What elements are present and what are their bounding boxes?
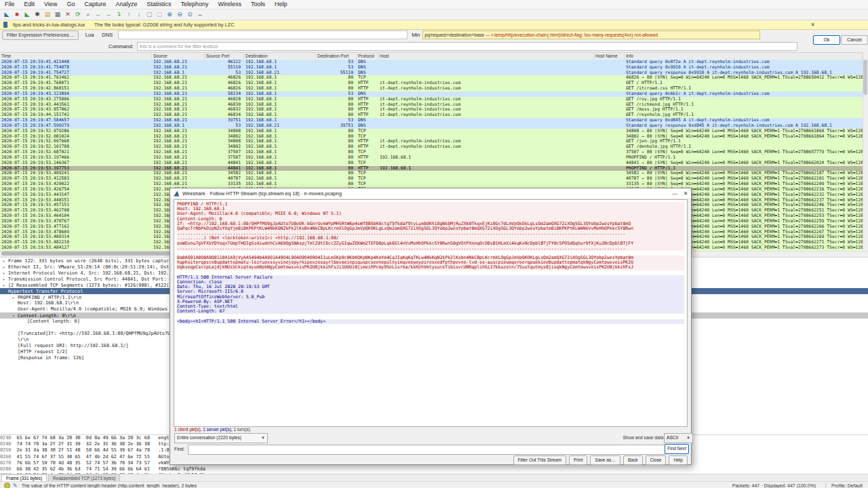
resize-columns-icon[interactable]: ↔ — [195, 10, 205, 19]
packet-row[interactable]: 2020-07-15 20:19:43.443561192.168.68.214… — [0, 102, 863, 108]
column-header-host[interactable]: Host — [378, 53, 594, 60]
packet-row[interactable]: 2020-07-15 20:19:53.246367192.168.68.214… — [0, 161, 863, 166]
filter-toolbar: Filter Expression Preferences… Lua DNS M… — [0, 30, 868, 40]
packet-row[interactable]: 2020-07-15 20:19:53.409241192.168.68.213… — [0, 171, 863, 176]
reload-file-icon[interactable]: ⟳ — [73, 10, 83, 19]
packet-row[interactable]: 2020-07-15 20:19:41.754078192.168.68.215… — [0, 65, 863, 70]
packet-row[interactable]: 2020-07-15 20:19:52.081024192.168.68.213… — [0, 134, 863, 140]
status-profile[interactable]: Profile: Default — [825, 483, 863, 488]
menu-analyze[interactable]: Analyze — [111, 0, 142, 9]
menu-capture[interactable]: Capture — [79, 0, 111, 9]
packet-row[interactable]: 2020-07-15 20:19:52.079286192.168.68.213… — [0, 129, 863, 134]
colorize-toggle-icon[interactable]: ▢ — [155, 10, 164, 19]
packet-row[interactable]: 2020-07-15 20:19:47.584657192.168.68.213… — [0, 118, 863, 123]
go-to-packet-icon[interactable]: ↴ — [114, 10, 123, 19]
go-back-icon[interactable]: ← — [94, 10, 103, 19]
save-as-button[interactable]: Save as… — [590, 455, 620, 465]
expand-icon[interactable]: ▸ — [3, 276, 8, 282]
column-header-destination-port[interactable]: Destination Port — [316, 53, 357, 60]
cancel-button[interactable]: Cancel — [841, 35, 868, 45]
restart-capture-icon[interactable]: ◣ — [22, 10, 32, 19]
show-as-select[interactable]: ASCII ▼ — [664, 433, 693, 443]
packet-row[interactable]: 2020-07-15 20:19:43.857862192.168.68.214… — [0, 107, 863, 113]
expand-icon[interactable]: ▸ — [3, 282, 8, 288]
go-forward-icon[interactable]: → — [104, 10, 113, 19]
display-filter-input[interactable] — [118, 30, 408, 39]
print-button[interactable]: Print — [569, 455, 588, 465]
column-header-info[interactable]: Info — [625, 53, 863, 60]
detail-text: \r\n — [18, 337, 28, 342]
packet-row[interactable]: 2020-07-15 20:19:43.123894192.168.68.215… — [0, 92, 863, 97]
packet-row[interactable]: 2020-07-15 20:19:53.420022192.168.68.213… — [0, 182, 863, 187]
help-button[interactable]: Help — [669, 455, 688, 465]
packet-row[interactable]: 2020-07-15 20:19:43.275806192.168.68.214… — [0, 97, 863, 102]
minimize-icon[interactable]: — — [669, 190, 680, 197]
packet-row[interactable]: 2020-07-15 20:19:52.097668192.168.68.213… — [0, 139, 863, 144]
menu-wireless[interactable]: Wireless — [214, 0, 247, 9]
zoom-out-icon[interactable]: ⊖ — [175, 10, 184, 19]
packet-row[interactable]: 2020-07-15 20:19:41.761462192.168.68.214… — [0, 75, 863, 81]
collapse-icon[interactable]: ▾ — [12, 312, 18, 319]
menu-help[interactable]: Help — [270, 0, 292, 9]
zoom-reset-icon[interactable]: ⊙ — [185, 10, 195, 19]
filter-out-this-stream-button[interactable]: Filter Out This Stream — [513, 455, 566, 465]
conversation-select[interactable]: Entire conversation (2220 bytes) ▼ — [174, 433, 268, 443]
packet-row[interactable]: 2020-07-15 20:19:42.868151192.168.68.214… — [0, 86, 863, 92]
packet-row[interactable]: 2020-07-15 20:19:47.590279192.168.68.153… — [0, 123, 863, 129]
zoom-in-icon[interactable]: ⊕ — [165, 10, 174, 19]
find-packet-icon[interactable]: ⌕ — [83, 10, 93, 19]
start-capture-icon[interactable]: ◣ — [2, 10, 12, 19]
collapse-icon[interactable]: ▾ — [3, 288, 8, 294]
command-input[interactable] — [137, 42, 797, 51]
menu-file[interactable]: File — [0, 0, 20, 9]
close-button[interactable]: Close — [646, 455, 667, 465]
column-header-source[interactable]: Source — [152, 53, 205, 60]
column-header-protocol[interactable]: Protocol — [357, 53, 378, 60]
packet-row[interactable]: 2020-07-15 20:19:52.687021192.168.68.213… — [0, 150, 863, 155]
menu-go[interactable]: Go — [62, 0, 79, 9]
packet-row[interactable]: 2020-07-15 20:19:53.412583192.168.68.214… — [0, 176, 863, 182]
packet-row[interactable]: 2020-07-15 20:19:41.754727192.168.68.153… — [0, 70, 863, 76]
save-file-icon[interactable]: ▦ — [53, 10, 62, 19]
capture-comment-icon[interactable]: ✎ — [13, 483, 18, 488]
packet-row[interactable]: 2020-07-15 20:19:41.768071192.168.68.214… — [0, 81, 863, 86]
expand-icon[interactable]: ▸ — [3, 270, 8, 276]
close-file-icon[interactable]: ✕ — [63, 10, 73, 19]
ok-button[interactable]: Ok — [813, 35, 840, 45]
menu-statistics[interactable]: Statistics — [142, 0, 176, 9]
menu-tools[interactable]: Tools — [246, 0, 270, 9]
packet-row[interactable]: 2020-07-15 20:19:53.197466192.168.68.213… — [0, 155, 863, 161]
filter-preferences-button[interactable]: Filter Expression Preferences… — [2, 30, 79, 40]
packet-row[interactable]: 2020-07-15 20:19:44.151742192.168.68.214… — [0, 113, 863, 118]
expand-icon[interactable]: ▸ — [3, 264, 8, 270]
go-last-icon[interactable]: ↓ — [134, 10, 144, 19]
stop-capture-icon[interactable]: ■ — [12, 10, 22, 19]
capture-options-icon[interactable]: ✱ — [33, 10, 42, 19]
close-icon[interactable]: ✕ — [680, 190, 691, 197]
expert-info-icon[interactable] — [4, 483, 10, 488]
column-header-host-name[interactable]: Host Name — [594, 53, 625, 60]
packet-row[interactable]: 2020-07-15 20:19:41.421448192.168.68.214… — [0, 60, 863, 65]
packet-list-vscroll-thumb[interactable] — [863, 60, 867, 95]
packet-row[interactable]: 2020-07-15 20:19:53.397753192.168.68.214… — [0, 166, 863, 171]
expand-icon[interactable]: ▸ — [12, 294, 18, 300]
menu-edit[interactable]: Edit — [20, 0, 40, 9]
go-first-icon[interactable]: ↑ — [124, 10, 134, 19]
column-header-source-port[interactable]: Source Port — [205, 53, 244, 60]
packet-row[interactable]: 2020-07-15 20:19:52.101788192.168.68.213… — [0, 144, 863, 150]
expand-icon[interactable]: ▸ — [3, 258, 8, 264]
stream-content[interactable]: PROPFIND / HTTP/1.1Host: 192.168.68.1Use… — [174, 199, 688, 427]
close-icon[interactable]: ✕ — [810, 22, 815, 28]
find-next-button[interactable]: Find Next — [665, 444, 689, 454]
filter-value-field[interactable]: pq/request+destination+base — r-temp/htt… — [422, 30, 760, 39]
autoscroll-toggle-icon[interactable]: ▢ — [144, 10, 154, 19]
dialog-title-bar[interactable]: Wireshark · Follow HTTP Stream (tcp.stre… — [170, 188, 691, 199]
menu-telephony[interactable]: Telephony — [176, 0, 213, 9]
menu-view[interactable]: View — [39, 0, 62, 9]
find-input[interactable] — [188, 445, 665, 455]
column-header-destination[interactable]: Destination — [244, 53, 316, 60]
column-header-time[interactable]: Time — [0, 53, 152, 60]
back-button[interactable]: Back — [623, 455, 643, 465]
open-file-icon[interactable]: ▤ — [43, 10, 52, 19]
dns-filter-button[interactable]: DNS — [102, 32, 113, 38]
